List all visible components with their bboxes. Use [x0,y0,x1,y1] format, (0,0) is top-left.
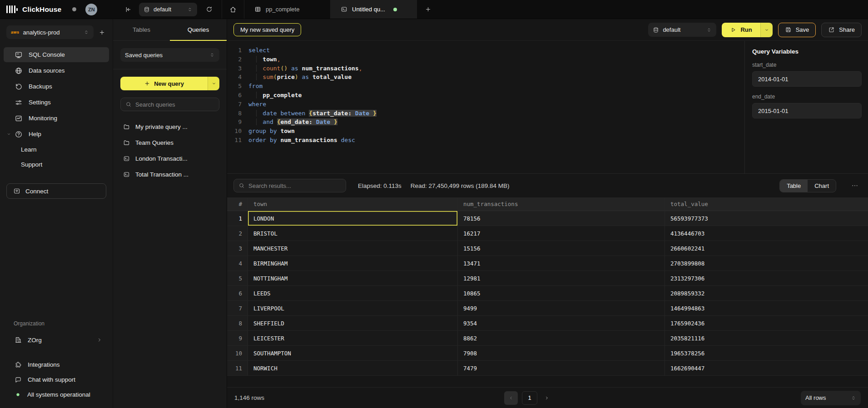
cell-total-value[interactable]: 2313297306 [665,271,868,285]
sidebar-item-integrations[interactable]: Integrations [4,358,109,372]
save-button[interactable]: Save [778,23,816,37]
run-options-button[interactable] [760,23,773,37]
cell-total-value[interactable]: 1662690447 [665,361,868,375]
run-button[interactable]: Run [722,23,772,37]
prev-page-button[interactable] [504,391,518,405]
new-tab-button[interactable] [417,0,439,19]
cell-total-value[interactable]: 2035821116 [665,331,868,345]
saved-query-item-total-transaction[interactable]: Total Transaction ... [117,167,223,182]
cell-num-transactions[interactable]: 78156 [458,211,665,226]
code-line[interactable]: 7 where [227,100,744,109]
code-line[interactable]: 9 and {end_date: Date } [227,118,744,127]
table-row[interactable]: 4 BIRMINGHAM 13471 2703899808 [227,256,868,271]
cell-total-value[interactable]: 2660602241 [665,241,868,256]
cell-num-transactions[interactable]: 7479 [458,361,665,375]
new-query-main[interactable]: New query [120,77,208,90]
new-query-menu-button[interactable] [208,77,219,90]
sidebar-item-all-systems-operational[interactable]: All systems operational [4,388,109,402]
cell-town[interactable]: SHEFFIELD [248,316,458,330]
sidebar-subitem-learn[interactable]: Learn [4,143,109,157]
cell-total-value[interactable]: 2703899808 [665,256,868,270]
code-line[interactable]: 1 select [227,46,744,55]
sidebar-subitem-support[interactable]: Support [4,157,109,172]
code-line[interactable]: 11 order by num_transactions desc [227,136,744,145]
code-line[interactable]: 10 group by town [227,127,744,136]
cell-total-value[interactable]: 56593977373 [665,211,868,226]
variable-input-end-date[interactable] [752,103,862,118]
table-row[interactable]: 2 BRISTOL 16217 4136446703 [227,226,868,241]
collapse-panel-button[interactable] [123,0,134,19]
cell-town[interactable]: NOTTINGHAM [248,271,458,285]
saved-query-item-my-private-query[interactable]: My private query ... [117,119,223,134]
sidebar-item-backups[interactable]: Backups [4,79,109,94]
code-line[interactable]: 3 count() as num_transactions, [227,64,744,73]
cell-town[interactable]: SOUTHAMPTON [248,346,458,360]
cell-town[interactable]: NORWICH [248,361,458,375]
run-main[interactable]: Run [722,23,760,37]
clickhouse-logo-icon[interactable] [6,5,18,14]
sidebar-item-help[interactable]: Help [4,127,109,142]
code-line[interactable]: 5 from [227,82,744,91]
cell-town[interactable]: MANCHESTER [248,241,458,256]
table-row[interactable]: 6 LEEDS 10865 2089859332 [227,286,868,301]
new-query-button[interactable]: New query [120,77,219,90]
panel-tab-tables[interactable]: Tables [113,19,170,40]
home-button[interactable] [222,0,244,19]
cell-town[interactable]: LONDON [248,211,458,226]
tab-untitled-qu[interactable]: Untitled qu... [331,0,417,19]
query-name-badge[interactable]: My new saved query [233,23,301,36]
table-row[interactable]: 3 MANCHESTER 15156 2660602241 [227,241,868,256]
view-chart-button[interactable]: Chart [808,180,836,192]
table-row[interactable]: 8 SHEFFIELD 9354 1765902436 [227,316,868,331]
code-line[interactable]: 4 sum(price) as total_value [227,73,744,82]
topbar-database-select[interactable]: default [139,3,197,16]
page-size-select[interactable]: All rows [801,391,861,405]
cell-total-value[interactable]: 1765902436 [665,316,868,330]
saved-queries-select[interactable]: Saved queries [120,48,219,62]
table-row[interactable]: 5 NOTTINGHAM 12981 2313297306 [227,271,868,286]
cell-town[interactable]: LEEDS [248,286,458,300]
table-row[interactable]: 11 NORWICH 7479 1662690447 [227,361,868,376]
share-button[interactable]: Share [821,23,862,37]
search-results-input[interactable] [248,182,341,189]
cell-total-value[interactable]: 1965378256 [665,346,868,360]
chevron-down-icon[interactable] [6,132,11,137]
service-select[interactable]: aws analytics-prod [6,25,94,39]
sql-editor[interactable]: 1 select 2 town, 3 count() as num_transa… [227,41,744,173]
code-line[interactable]: 8 date between {start_date: Date } [227,109,744,118]
sidebar-item-data-sources[interactable]: Data sources [4,63,109,78]
column-header-total-value[interactable]: total_value [665,197,868,211]
table-row[interactable]: 7 LIVERPOOL 9499 1464994863 [227,301,868,316]
organization-item[interactable]: ZOrg [4,332,109,348]
cell-num-transactions[interactable]: 9354 [458,316,665,330]
column-header-town[interactable]: town [248,197,458,211]
cell-town[interactable]: LEICESTER [248,331,458,345]
editor-database-select[interactable]: default [648,23,716,37]
cell-total-value[interactable]: 4136446703 [665,226,868,241]
table-row[interactable]: 10 SOUTHAMPTON 7908 1965378256 [227,346,868,361]
add-service-button[interactable] [96,27,107,38]
cell-town[interactable]: BIRMINGHAM [248,256,458,270]
tab-pp-complete[interactable]: pp_complete [244,0,331,19]
cell-num-transactions[interactable]: 10865 [458,286,665,300]
panel-tab-queries[interactable]: Queries [170,19,227,40]
column-header-num-transactions[interactable]: num_transactions [458,197,665,211]
cell-total-value[interactable]: 2089859332 [665,286,868,300]
variable-input-start-date[interactable] [752,71,862,87]
view-table-button[interactable]: Table [780,180,808,192]
cell-town[interactable]: LIVERPOOL [248,301,458,315]
avatar[interactable]: ZN [85,4,97,15]
results-more-button[interactable] [848,182,862,189]
refresh-button[interactable] [203,0,214,19]
cell-num-transactions[interactable]: 9499 [458,301,665,315]
cell-num-transactions[interactable]: 15156 [458,241,665,256]
cell-town[interactable]: BRISTOL [248,226,458,241]
cell-num-transactions[interactable]: 8862 [458,331,665,345]
code-line[interactable]: 6 pp_complete [227,91,744,100]
search-queries-input[interactable] [135,101,214,108]
sidebar-item-settings[interactable]: Settings [4,95,109,110]
cell-total-value[interactable]: 1464994863 [665,301,868,315]
column-header-num[interactable]: # [227,197,248,211]
table-row[interactable]: 1 LONDON 78156 56593977373 [227,211,868,226]
cell-num-transactions[interactable]: 13471 [458,256,665,270]
